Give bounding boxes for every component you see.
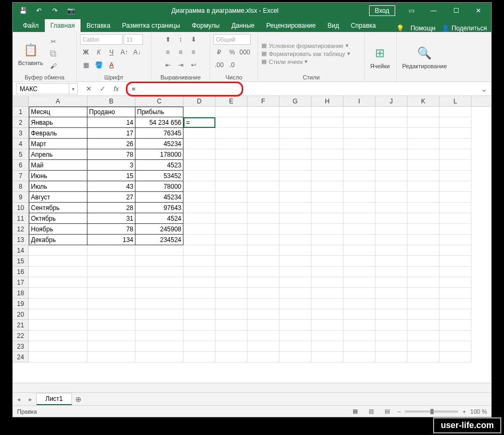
cell[interactable]: Апрель [29, 149, 87, 160]
cell[interactable] [247, 320, 279, 331]
grow-font-icon[interactable]: A↑ [118, 47, 130, 58]
cell[interactable]: 15 [87, 171, 135, 181]
cell[interactable] [439, 117, 471, 128]
maximize-icon[interactable]: ☐ [445, 3, 467, 19]
cell[interactable] [375, 117, 407, 128]
cell[interactable] [439, 245, 471, 256]
cell-styles-button[interactable]: ▦ Стили ячеек ▾ [261, 58, 350, 65]
zoom-level[interactable]: 100 % [470, 408, 487, 415]
cell[interactable] [439, 224, 471, 235]
zoom-in-icon[interactable]: + [462, 408, 466, 415]
cell[interactable] [439, 299, 471, 309]
row-header[interactable]: 17 [13, 277, 29, 288]
copy-icon[interactable]: ⿻ [47, 49, 59, 59]
cell[interactable] [29, 331, 87, 341]
paste-button[interactable]: 📋 Вставить [16, 41, 45, 67]
cell[interactable] [247, 352, 279, 362]
cell[interactable] [279, 341, 311, 352]
row-header[interactable]: 14 [13, 245, 29, 256]
cell[interactable] [343, 288, 375, 299]
cell[interactable] [215, 107, 247, 117]
cell[interactable] [29, 256, 87, 267]
row-header[interactable]: 19 [13, 299, 29, 309]
cell[interactable] [311, 160, 343, 171]
cell[interactable] [279, 352, 311, 362]
cell[interactable] [29, 320, 87, 331]
cell[interactable]: 3 [87, 160, 135, 171]
cell[interactable] [279, 128, 311, 139]
cell[interactable]: Сентябрь [29, 203, 87, 213]
row-header[interactable]: 16 [13, 267, 29, 277]
cell[interactable] [439, 171, 471, 181]
cell[interactable] [183, 224, 215, 235]
cell[interactable] [183, 160, 215, 171]
cell[interactable] [439, 331, 471, 341]
cell[interactable]: 26 [87, 139, 135, 149]
column-header[interactable]: F [247, 96, 279, 106]
cell[interactable] [183, 352, 215, 362]
cell[interactable] [407, 107, 439, 117]
cell[interactable] [311, 331, 343, 341]
cell[interactable] [183, 288, 215, 299]
cell[interactable]: Август [29, 192, 87, 203]
cell[interactable] [375, 245, 407, 256]
cell[interactable] [215, 171, 247, 181]
cell[interactable] [311, 267, 343, 277]
cell[interactable] [343, 352, 375, 362]
cell[interactable] [407, 224, 439, 235]
cell[interactable] [311, 309, 343, 320]
cell[interactable]: 234524 [135, 235, 183, 245]
share-button[interactable]: 👤 Поделиться [442, 25, 487, 32]
cell[interactable] [215, 352, 247, 362]
cell[interactable] [183, 235, 215, 245]
cell[interactable] [311, 288, 343, 299]
cell[interactable] [135, 352, 183, 362]
cell[interactable]: 97643 [135, 203, 183, 213]
cell[interactable] [311, 149, 343, 160]
cell[interactable] [215, 331, 247, 341]
cell[interactable] [439, 235, 471, 245]
insert-function-icon[interactable]: fx [110, 84, 123, 94]
cell[interactable] [183, 181, 215, 192]
cell[interactable]: 17 [87, 128, 135, 139]
cell[interactable] [279, 299, 311, 309]
cell[interactable] [375, 235, 407, 245]
cell[interactable]: 31 [87, 213, 135, 224]
cell[interactable]: 245908 [135, 224, 183, 235]
cell[interactable]: 43 [87, 181, 135, 192]
cell[interactable] [279, 203, 311, 213]
cell[interactable] [407, 181, 439, 192]
cell[interactable] [247, 192, 279, 203]
tab-главная[interactable]: Главная [45, 19, 81, 32]
cell[interactable] [29, 299, 87, 309]
cell[interactable]: 28 [87, 203, 135, 213]
cell[interactable] [29, 309, 87, 320]
cell[interactable] [215, 267, 247, 277]
border-icon[interactable]: ▦ [80, 60, 92, 70]
cell[interactable] [439, 192, 471, 203]
cell[interactable] [183, 139, 215, 149]
cell[interactable] [135, 256, 183, 267]
cell[interactable] [247, 256, 279, 267]
cell[interactable]: 45234 [135, 192, 183, 203]
cell[interactable]: 53452 [135, 171, 183, 181]
row-header[interactable]: 2 [13, 117, 29, 128]
row-header[interactable]: 21 [13, 320, 29, 331]
cell[interactable] [407, 256, 439, 267]
cell[interactable] [343, 224, 375, 235]
cell[interactable] [215, 139, 247, 149]
cell[interactable] [343, 331, 375, 341]
sheet-tab[interactable]: Лист1 [36, 393, 72, 405]
cell[interactable] [375, 267, 407, 277]
column-header[interactable]: I [343, 96, 375, 106]
row-header[interactable]: 11 [13, 213, 29, 224]
cell[interactable] [87, 267, 135, 277]
currency-icon[interactable]: ₽ [213, 47, 225, 58]
cell[interactable] [343, 181, 375, 192]
cell[interactable] [311, 245, 343, 256]
cell[interactable] [311, 256, 343, 267]
add-sheet-icon[interactable]: ⊕ [72, 393, 85, 405]
cell[interactable] [215, 213, 247, 224]
column-header[interactable]: C [135, 96, 183, 106]
cell[interactable] [439, 160, 471, 171]
